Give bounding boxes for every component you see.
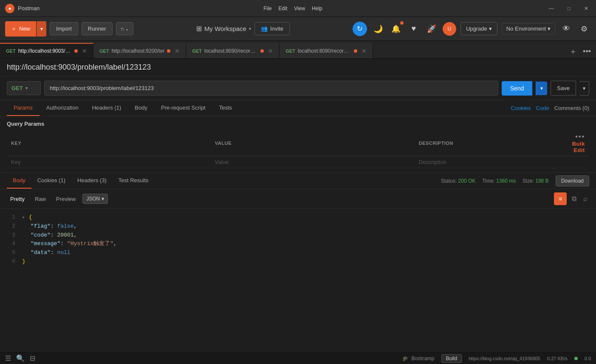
invite-button[interactable]: 👥 Invite	[254, 22, 290, 35]
new-dropdown-button[interactable]: ▾	[37, 21, 46, 37]
search-response-button[interactable]: ⌕	[582, 193, 589, 204]
search-statusbar-icon[interactable]: 🔍	[16, 354, 25, 362]
upgrade-button[interactable]: Upgrade ▾	[460, 22, 497, 35]
code-link[interactable]: Code	[536, 105, 549, 111]
req-tabs-right: Cookies Code Comments (0)	[511, 105, 589, 111]
response-body-toolbar: Pretty Raw Preview JSON ▾ ≡ ⧉ ⌕	[0, 189, 596, 209]
fork-button[interactable]: ⑃ ▾	[116, 22, 134, 35]
json-content: "code": 20001,	[31, 231, 77, 240]
moon-button[interactable]: 🌙	[371, 22, 385, 36]
format-selector[interactable]: JSON ▾	[82, 194, 108, 204]
main-content: http://localhost:9003/problem/label/1231…	[0, 59, 596, 352]
menu-file[interactable]: File	[263, 6, 271, 11]
value-input[interactable]	[215, 159, 410, 165]
settings-button[interactable]: ⚙	[577, 22, 591, 36]
menu-help[interactable]: Help	[312, 6, 322, 11]
more-tabs-button[interactable]: •••	[581, 45, 593, 58]
upgrade-label: Upgrade	[466, 25, 487, 32]
pretty-button[interactable]: Pretty	[7, 194, 28, 204]
runner-button[interactable]: Runner	[82, 22, 113, 35]
line-number: 3	[7, 231, 15, 240]
statusbar-url: https://blog.csdn.net/qq_41936805	[469, 356, 540, 361]
tab-3[interactable]: GET localhost:8090/record/sh ✕	[280, 43, 373, 58]
resp-tab-body[interactable]: Body	[7, 173, 31, 189]
statusbar: ☰ 🔍 ⊟ 🎓 Bootcamp Build https://blog.csdn…	[0, 352, 596, 364]
format-label: JSON	[86, 196, 100, 202]
heart-button[interactable]: ♥	[407, 22, 421, 36]
import-button[interactable]: Import	[50, 22, 78, 35]
send-button[interactable]: Send	[502, 81, 533, 96]
toolbar-center: ⊞ My Workspace ▾ 👥 Invite	[137, 22, 349, 35]
invite-label: Invite	[270, 25, 283, 32]
console-icon[interactable]: ⊟	[30, 354, 35, 362]
comments-link[interactable]: Comments (0)	[554, 105, 589, 111]
download-button[interactable]: Download	[556, 175, 589, 186]
bootcamp-icon: 🎓	[402, 356, 409, 361]
menu-view[interactable]: View	[294, 6, 305, 11]
menu-edit[interactable]: Edit	[279, 6, 288, 11]
key-input[interactable]	[11, 159, 206, 165]
save-button[interactable]: Save	[551, 81, 576, 96]
resp-tab-test-results[interactable]: Test Results	[113, 173, 155, 189]
new-tab-button[interactable]: ＋	[568, 45, 579, 58]
json-line-3: 3 "code": 20001,	[7, 231, 589, 240]
cookies-link[interactable]: Cookies	[511, 105, 531, 111]
raw-button[interactable]: Raw	[31, 194, 49, 204]
method-selector[interactable]: GET ▾	[7, 81, 41, 95]
column-more-icon[interactable]: •••	[575, 133, 585, 140]
tab-close-icon[interactable]: ✕	[175, 48, 180, 54]
workspace-button[interactable]: ⊞ My Workspace ▾	[196, 25, 251, 33]
tab-2[interactable]: GET localhost:8090/record/sh ✕	[186, 43, 280, 58]
rocket-button[interactable]: 🚀	[425, 22, 438, 36]
avatar-button[interactable]: U	[443, 22, 456, 36]
req-tab-authorization[interactable]: Authorization	[40, 100, 85, 116]
tab-method: GET	[99, 48, 109, 54]
new-label: New	[19, 25, 30, 32]
sidebar-toggle-icon[interactable]: ☰	[5, 354, 11, 362]
workspace-label: My Workspace	[204, 25, 246, 32]
tab-close-icon[interactable]: ✕	[362, 48, 367, 54]
status-label: Status: 200 OK	[441, 178, 475, 184]
build-button[interactable]: Build	[441, 354, 462, 363]
req-tab-headers[interactable]: Headers (1)	[85, 100, 128, 116]
tab-0[interactable]: GET http://localhost:9003/prc ✕	[0, 43, 93, 58]
statusbar-left: ☰ 🔍 ⊟	[5, 354, 35, 362]
size-value: 198 B	[535, 178, 548, 184]
bulk-edit-button[interactable]: Bulk Edit	[572, 141, 585, 153]
req-tab-prerequest[interactable]: Pre-request Script	[154, 100, 212, 116]
query-params-title: Query Params	[7, 121, 589, 127]
close-button[interactable]: ✕	[582, 5, 591, 12]
req-tab-tests[interactable]: Tests	[212, 100, 239, 116]
resp-tab-cookies[interactable]: Cookies (1)	[31, 173, 71, 189]
tree-toggle[interactable]: ▾	[22, 215, 25, 220]
size-label: Size: 198 B	[523, 178, 548, 184]
environment-selector[interactable]: No Environment ▾	[502, 23, 555, 34]
url-input[interactable]	[44, 81, 498, 96]
line-number: 4	[7, 240, 15, 248]
send-dropdown-button[interactable]: ▾	[536, 82, 547, 95]
statusbar-right: 🎓 Bootcamp Build https://blog.csdn.net/q…	[402, 354, 591, 363]
json-content: "message": "Hystrix触发了",	[31, 240, 117, 248]
response-section: Body Cookies (1) Headers (3) Test Result…	[0, 173, 596, 352]
req-tab-params[interactable]: Params	[7, 100, 40, 116]
json-content: ▾ {	[22, 213, 32, 222]
minimize-button[interactable]: —	[546, 5, 556, 12]
resp-tab-headers[interactable]: Headers (3)	[71, 173, 113, 189]
save-dropdown-button[interactable]: ▾	[579, 81, 589, 96]
tab-1[interactable]: GET http://localhost:9200/ter ✕	[93, 43, 186, 58]
maximize-button[interactable]: □	[565, 5, 573, 12]
tab-close-icon[interactable]: ✕	[268, 48, 273, 54]
tab-url: localhost:8090/record/sh	[298, 48, 351, 54]
req-tab-body[interactable]: Body	[128, 100, 154, 116]
preview-button[interactable]: Preview	[53, 194, 79, 204]
time-value: 1360 ms	[496, 178, 516, 184]
copy-response-button[interactable]: ⧉	[570, 193, 578, 204]
tab-close-icon[interactable]: ✕	[82, 48, 87, 54]
tab-dirty-dot	[167, 49, 170, 53]
wrap-button[interactable]: ≡	[554, 192, 567, 205]
eye-button[interactable]: 👁	[559, 22, 573, 36]
desc-input[interactable]	[419, 159, 556, 165]
line-number: 1	[7, 213, 15, 222]
new-button[interactable]: ＋ New	[5, 21, 36, 37]
sync-button[interactable]: ↻	[353, 22, 367, 36]
